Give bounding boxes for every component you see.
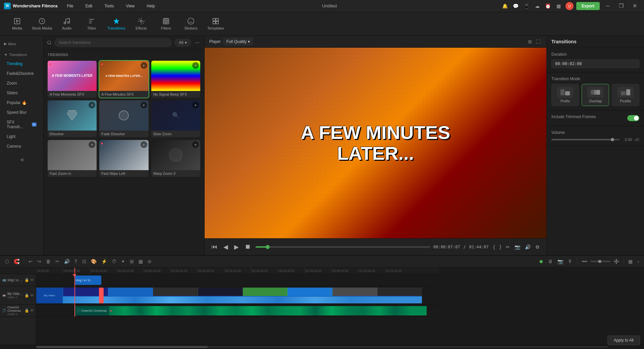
mark-out-icon[interactable]: }	[498, 243, 502, 251]
chat-icon[interactable]: 💬	[512, 2, 520, 10]
sidebar-transitions-header[interactable]: ▼ Transitions	[0, 51, 43, 59]
search-input[interactable]	[54, 38, 172, 47]
mode-prefix[interactable]: Prefix	[551, 84, 579, 106]
add-icon[interactable]: +	[192, 62, 199, 69]
tl-cut-button[interactable]: ✂	[54, 257, 61, 265]
notification-icon[interactable]: 🔔	[501, 2, 509, 10]
tl-record-button[interactable]: ⏺	[537, 257, 545, 265]
sidebar-item-trending[interactable]: Trending	[1, 59, 42, 68]
track-clip-overlay[interactable]: vlog / a / d...	[74, 276, 101, 285]
mode-postfix[interactable]: Postfix	[612, 84, 639, 106]
tl-redo-button[interactable]: ↪	[36, 257, 43, 265]
progress-bar[interactable]	[256, 246, 430, 248]
apply-to-all-button[interactable]: Apply to All	[607, 336, 640, 345]
add-icon[interactable]: +	[192, 141, 199, 148]
track-eye-icon3[interactable]: 👁	[30, 308, 34, 313]
tl-screen-button[interactable]: 🖥	[546, 257, 554, 265]
tl-magnet-tool[interactable]: 🧲	[12, 257, 21, 265]
menu-view[interactable]: View	[123, 2, 137, 10]
tl-more-button[interactable]: ›	[636, 257, 641, 265]
tl-zoom-slider[interactable]	[590, 261, 610, 262]
track-eye-icon2[interactable]: 👁	[30, 293, 34, 298]
tl-ai-button[interactable]: ✦	[119, 257, 127, 265]
timeline-content[interactable]: 00:00:00 00:00:05:00 00:00:10:00 00:00:1…	[36, 267, 644, 345]
sidebar-item-light[interactable]: Light	[1, 132, 42, 141]
grid-icon[interactable]: ▦	[555, 2, 563, 10]
transition-card[interactable]: + Warp Zoom 3	[151, 140, 200, 177]
close-button[interactable]: ✕	[629, 1, 640, 11]
tl-undo-button[interactable]: ↩	[27, 257, 34, 265]
tool-audio[interactable]: Audio	[55, 13, 78, 34]
transition-card[interactable]: + No Signal Beep SFX	[151, 61, 200, 98]
settings2-icon[interactable]: ⚙	[534, 243, 541, 251]
fullscreen-icon[interactable]: ⛶	[535, 38, 542, 45]
add-icon[interactable]: +	[141, 62, 147, 69]
scrollbar-track[interactable]	[36, 346, 608, 348]
sidebar-item-sfx-transition[interactable]: SFX Transiti... N	[1, 117, 42, 132]
tl-mic-button[interactable]: 🎙	[566, 257, 574, 265]
volume-slider[interactable]	[551, 139, 620, 140]
add-icon[interactable]: +	[192, 102, 199, 108]
frame-back-button[interactable]: ◀	[222, 242, 229, 252]
sidebar-collapse-icon[interactable]: ◀	[20, 157, 23, 162]
menu-file[interactable]: File	[64, 2, 76, 10]
sidebar-item-fade-dissolve[interactable]: Fade&Dissolve	[1, 69, 42, 78]
audio-icon[interactable]: 🔊	[524, 243, 532, 251]
mode-overlap[interactable]: Overlap	[582, 84, 609, 106]
tool-templates[interactable]: Templates	[204, 13, 227, 34]
tool-titles[interactable]: Titles	[80, 13, 103, 34]
transition-card[interactable]: A FEW MOMENTS LATER ♥ A Few Moments SFX	[48, 61, 97, 98]
phone-icon[interactable]: 📱	[523, 2, 531, 10]
add-icon[interactable]: +	[141, 141, 147, 148]
tl-delete-button[interactable]: 🗑	[44, 257, 52, 265]
snapshot-icon[interactable]: 📷	[513, 243, 522, 251]
tl-lasso-button[interactable]: ⊘	[146, 257, 153, 265]
tool-filters[interactable]: Filters	[154, 13, 178, 34]
minimize-button[interactable]: ─	[602, 1, 613, 11]
menu-tools[interactable]: Tools	[102, 2, 116, 10]
sidebar-item-popular[interactable]: Popular 🔥	[1, 98, 42, 107]
more-options-button[interactable]: ···	[194, 38, 201, 47]
tl-zoom-in-button[interactable]: ➕	[612, 257, 621, 265]
tl-audio-button[interactable]: 🔊	[62, 257, 71, 265]
cloud-icon[interactable]: ☁	[533, 2, 541, 10]
tl-grid-button[interactable]: ▦	[627, 257, 634, 265]
filter-dropdown[interactable]: All ▾	[174, 39, 191, 47]
avatar-icon[interactable]: U	[566, 2, 574, 10]
include-trimmed-toggle[interactable]	[627, 115, 639, 121]
track-eye-icon[interactable]: 👁	[30, 278, 34, 282]
menu-edit[interactable]: Edit	[83, 2, 95, 10]
video-track-clip[interactable]: My Video	[36, 288, 422, 303]
quality-dropdown[interactable]: Full Quality ▾	[223, 38, 253, 45]
tl-pip-button[interactable]: ⊞	[128, 257, 136, 265]
transition-card[interactable]: A FEW MINUTES LATER... ♥ + A Few Minutes…	[99, 61, 148, 98]
crop-icon[interactable]: ✂	[504, 243, 511, 251]
tl-cam-button[interactable]: 📷	[556, 257, 565, 265]
tool-effects[interactable]: Effects	[129, 13, 153, 34]
menu-help[interactable]: Help	[144, 2, 158, 10]
transition-card[interactable]: + Fast Zoom in	[48, 140, 97, 177]
tl-crop-button[interactable]: ⊡	[80, 257, 88, 265]
tl-mosaic-button[interactable]: ▦	[137, 257, 145, 265]
track-lock-icon3[interactable]: 🔒	[24, 308, 29, 313]
tl-select-tool[interactable]: ⬡	[3, 257, 11, 265]
tl-text-button[interactable]: T	[73, 257, 79, 265]
mark-in-icon[interactable]: {	[492, 243, 496, 251]
sidebar-item-speed-blur[interactable]: Speed Blur	[1, 108, 42, 117]
duration-field[interactable]: 00:00:02:00	[551, 59, 639, 68]
split-view-icon[interactable]: ⊞	[527, 38, 533, 45]
sidebar-mine-header[interactable]: ▶ Mine	[0, 40, 43, 48]
export-button[interactable]: Export	[576, 2, 600, 10]
tool-stickers[interactable]: Stickers	[179, 13, 203, 34]
add-icon[interactable]: +	[141, 102, 147, 108]
tool-transitions[interactable]: Transitions	[105, 13, 128, 34]
stop-button[interactable]: ⏹	[244, 242, 252, 252]
track-lock-icon[interactable]: 🔒	[24, 278, 29, 282]
tool-media[interactable]: Media	[5, 13, 29, 34]
transition-card[interactable]: + Fade Dissolve	[99, 100, 148, 137]
tl-timer-button[interactable]: ⏱	[110, 257, 118, 265]
tl-zoom-out-button[interactable]: ➖	[580, 257, 589, 265]
track-lock-icon2[interactable]: 🔒	[24, 293, 29, 298]
skip-back-button[interactable]: ⏮	[210, 242, 219, 252]
tl-speed-button[interactable]: ⚡	[100, 257, 109, 265]
